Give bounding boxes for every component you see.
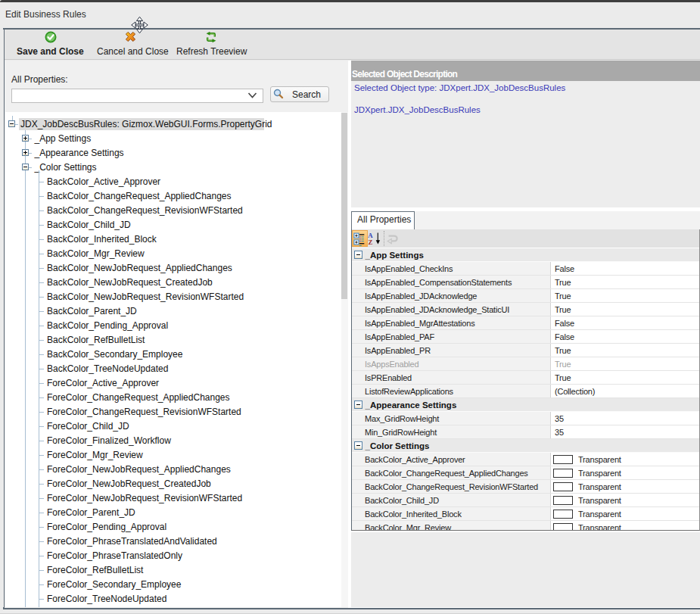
svg-text:Z: Z (368, 238, 372, 245)
